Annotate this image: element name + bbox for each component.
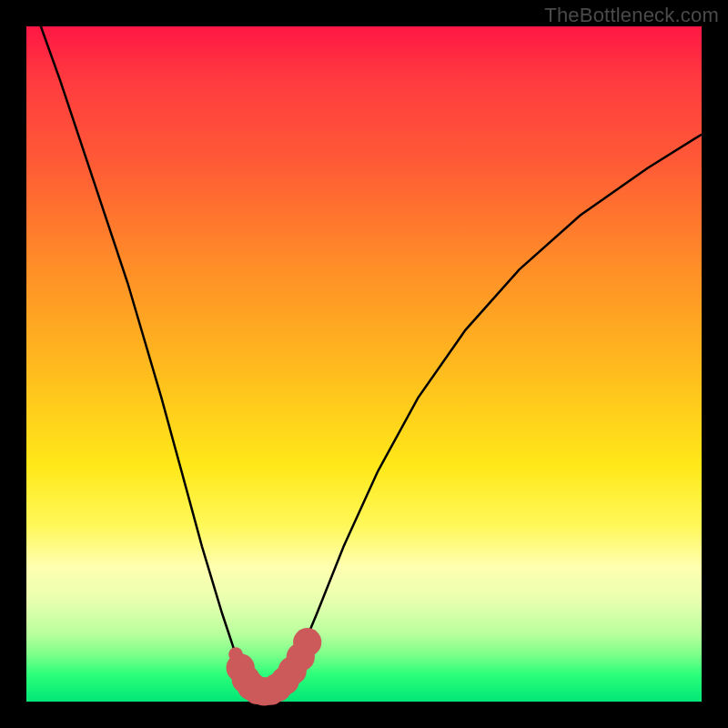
chart-frame <box>26 26 702 702</box>
marker-dot <box>293 628 321 656</box>
bottleneck-curve-svg <box>26 26 702 702</box>
highlighted-range <box>227 628 322 705</box>
bottleneck-curve <box>26 0 702 692</box>
watermark-text: TheBottleneck.com <box>544 4 719 27</box>
